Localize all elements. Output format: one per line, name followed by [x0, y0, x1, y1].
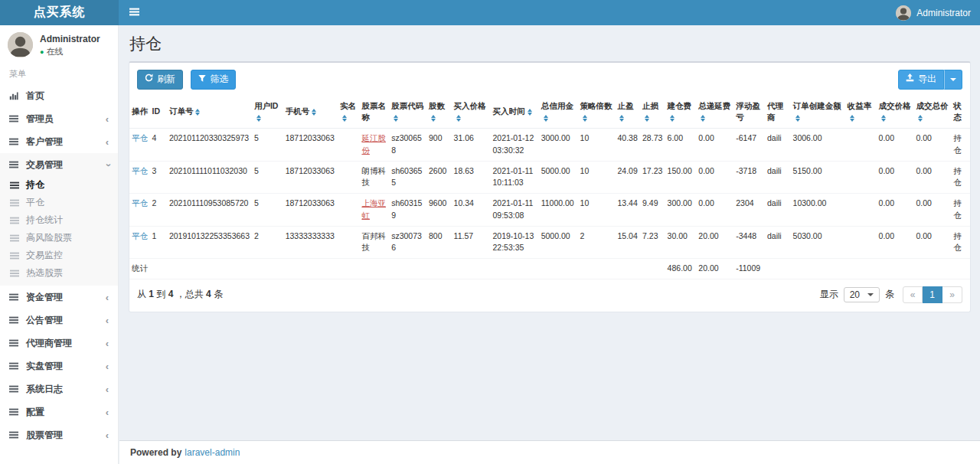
sidebar-item-hot-stocks[interactable]: 热选股票	[0, 264, 118, 282]
sort-icon[interactable]	[701, 115, 705, 122]
sort-icon[interactable]	[195, 109, 200, 116]
stats-row: 统计486.0020.00-11009	[129, 259, 970, 279]
sidebar-menu: 首页管理员‹客户管理‹交易管理‹持仓平仓持仓统计高风险股票交易监控热选股票资金管…	[0, 84, 118, 446]
column-header-deal-total[interactable]: 成交总价	[913, 96, 951, 129]
close-position-link[interactable]: 平仓	[132, 133, 148, 142]
sidebar-item-config[interactable]: 配置‹	[0, 400, 118, 423]
stats-empty-cell	[452, 259, 491, 279]
cell-status: 持仓	[951, 129, 970, 162]
sort-icon[interactable]	[583, 115, 587, 122]
sidebar-item-admins[interactable]: 管理员‹	[0, 107, 118, 130]
column-header-real-name[interactable]: 实名	[338, 96, 360, 129]
cell-real-name	[338, 129, 360, 162]
column-header-stock-code[interactable]: 股票代码	[389, 96, 426, 129]
sidebar-item-real-trading[interactable]: 实盘管理‹	[0, 355, 118, 377]
cell-deal-total: 0.00	[913, 226, 951, 259]
sort-icon[interactable]	[394, 115, 398, 122]
sidebar-item-announcements[interactable]: 公告管理‹	[0, 309, 118, 332]
column-header-created-amount[interactable]: 订单创建金额	[791, 96, 845, 129]
sort-icon[interactable]	[850, 115, 854, 122]
sort-icon[interactable]	[528, 109, 532, 116]
sort-icon[interactable]	[544, 115, 548, 122]
cell-buy-time: 2021-01-11 10:11:03	[491, 161, 539, 194]
sidebar-item-home[interactable]: 首页	[0, 84, 118, 107]
close-position-link[interactable]: 平仓	[132, 166, 148, 175]
sort-icon[interactable]	[456, 115, 461, 122]
cell-stock-name: 上海亚虹	[359, 194, 389, 227]
column-header-stop-loss[interactable]: 止损	[640, 96, 665, 129]
sidebar-item-customers[interactable]: 客户管理‹	[0, 130, 118, 153]
cell-stock-name: 延江股份	[359, 129, 389, 162]
bar-chart-icon	[9, 91, 19, 100]
stats-empty-cell	[765, 259, 791, 279]
cell-shares: 9600	[426, 194, 452, 227]
cell-deal-total: 0.00	[913, 161, 951, 194]
cell-shares: 800	[426, 226, 452, 259]
pager-page-1[interactable]: 1	[923, 286, 942, 303]
sort-icon[interactable]	[256, 115, 261, 122]
cell-delay-fee: 20.00	[696, 226, 733, 259]
sort-icon[interactable]	[881, 115, 886, 122]
sidebar-item-closed-positions[interactable]: 平仓	[0, 194, 118, 211]
sidebar-item-position-stats[interactable]: 持仓统计	[0, 211, 118, 229]
stats-open_fee: 486.00	[665, 259, 697, 279]
sort-icon[interactable]	[431, 115, 436, 122]
cell-shares: 900	[426, 129, 452, 162]
column-header-buy-price[interactable]: 买入价格	[452, 96, 491, 129]
sort-icon[interactable]	[918, 115, 923, 122]
column-header-take-profit[interactable]: 止盈	[615, 96, 640, 129]
pager-next-button[interactable]: »	[942, 286, 962, 303]
laravel-admin-link[interactable]: laravel-admin	[185, 447, 240, 458]
stock-name-link[interactable]: 上海亚虹	[361, 198, 386, 220]
close-position-link[interactable]: 平仓	[132, 198, 148, 207]
sidebar-item-funds[interactable]: 资金管理‹	[0, 286, 118, 309]
column-header-deal-price[interactable]: 成交价格	[877, 96, 914, 129]
navbar-user-menu[interactable]: Administrator	[887, 0, 980, 25]
sort-icon[interactable]	[342, 115, 347, 122]
stats-empty-cell	[877, 259, 914, 279]
cell-stop-loss: 17.23	[640, 161, 665, 194]
sidebar-item-trade-monitor[interactable]: 交易监控	[0, 247, 118, 264]
sidebar-item-agents[interactable]: 代理商管理‹	[0, 332, 118, 355]
column-header-order-no[interactable]: 订单号	[167, 96, 252, 129]
cell-multiple: 2	[578, 226, 616, 259]
sidebar-item-high-risk-stocks[interactable]: 高风险股票	[0, 229, 118, 247]
filter-button[interactable]: 筛选	[191, 70, 236, 90]
column-header-shares[interactable]: 股数	[426, 96, 452, 129]
column-header-buy-time[interactable]: 买入时间	[491, 96, 539, 129]
cell-phone: 18712033063	[283, 161, 338, 194]
sort-icon[interactable]	[312, 109, 316, 116]
refresh-button[interactable]: 刷新	[137, 70, 183, 90]
stats-empty-cell	[338, 259, 360, 279]
column-header-agent: 代理商	[765, 96, 791, 129]
sort-icon[interactable]	[619, 115, 624, 122]
sidebar-toggle-button[interactable]	[119, 0, 150, 25]
export-dropdown-toggle[interactable]	[944, 70, 962, 90]
sidebar-item-trading[interactable]: 交易管理‹	[0, 153, 118, 176]
per-page-select[interactable]: 20	[844, 287, 880, 302]
per-page-unit: 条	[885, 288, 894, 301]
close-position-link[interactable]: 平仓	[132, 231, 148, 240]
sort-icon[interactable]	[795, 115, 800, 122]
column-header-yield-rate[interactable]: 收益率	[845, 96, 877, 129]
stock-name-link[interactable]: 延江股份	[361, 133, 386, 155]
sort-icon[interactable]	[645, 115, 649, 122]
pager-prev-button[interactable]: «	[903, 286, 923, 303]
column-header-multiple[interactable]: 策略倍数	[578, 96, 616, 129]
caret-down-icon	[867, 293, 874, 296]
app-logo[interactable]: 点买系统	[0, 0, 119, 25]
sort-icon[interactable]	[670, 115, 675, 122]
column-header-total-credit[interactable]: 总信用金	[539, 96, 578, 129]
cell-float-pl: -3448	[733, 226, 765, 259]
column-header-open-fee[interactable]: 建仓费	[665, 96, 697, 129]
sidebar-item-stocks[interactable]: 股票管理‹	[0, 423, 118, 446]
cell-take-profit: 24.09	[615, 161, 640, 194]
sidebar-item-system-logs[interactable]: 系统日志‹	[0, 377, 118, 400]
column-header-phone[interactable]: 手机号	[283, 96, 338, 129]
stats-empty-cell	[791, 259, 845, 279]
export-button[interactable]: 导出	[898, 70, 944, 90]
column-header-delay-fee[interactable]: 总递延费	[696, 96, 733, 129]
cell-agent: daili	[765, 129, 791, 162]
sidebar-item-positions[interactable]: 持仓	[0, 176, 118, 194]
column-header-user-id[interactable]: 用户ID	[252, 96, 283, 129]
